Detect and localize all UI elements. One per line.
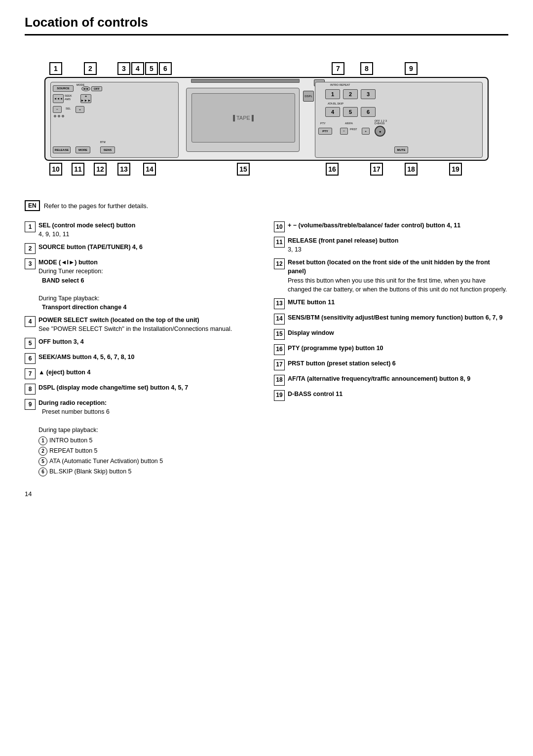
- item-num-2: 2: [25, 243, 36, 254]
- badge-4: 4: [131, 62, 144, 75]
- top-number-row: 1 2 3 4 5 6 7 8 9: [44, 50, 489, 75]
- item-text-7: ▲ (eject) button 4: [38, 368, 90, 377]
- item-19: 19 D-BASS control 11: [274, 390, 508, 401]
- item-num-3: 3: [25, 258, 36, 269]
- prst-minus: −: [340, 128, 348, 135]
- preset-1: 1: [325, 89, 340, 99]
- item-text-15: Display window: [288, 328, 334, 337]
- dbass-knob: ●: [375, 126, 385, 137]
- btm-label: BTM: [100, 141, 106, 144]
- item-num-11: 11: [274, 237, 285, 248]
- badge-10: 10: [49, 163, 62, 176]
- seek-label: SEEK: [65, 94, 72, 97]
- item-num-9: 9: [25, 399, 36, 410]
- panel-center: ▐ TAPE ▌ DSPL ▲: [186, 88, 300, 152]
- item-17: 17 PRST button (preset station select) 6: [274, 359, 508, 370]
- item-15: 15 Display window: [274, 328, 508, 340]
- item-num-10: 10: [274, 221, 285, 232]
- left-column: 1 SEL (control mode select) button4, 9, …: [25, 221, 259, 480]
- item-text-6: SEEK/AMS button 4, 5, 6, 7, 8, 10: [38, 353, 135, 361]
- item-text-18: AF/TA (alternative frequency/traffic ann…: [288, 374, 470, 383]
- preset-6: 6: [361, 107, 376, 117]
- arfa-label: AR/FA: [345, 122, 353, 125]
- item-text-13: MUTE button 11: [288, 298, 335, 307]
- pty-label: PTY: [320, 122, 326, 125]
- item-text-3: MODE (◄I►) button During Tuner reception…: [38, 258, 127, 312]
- item-text-8: DSPL (display mode change/time set) butt…: [38, 383, 188, 392]
- item-text-12: Reset button (located on the front side …: [288, 258, 508, 294]
- item-text-2: SOURCE button (TAPE/TUNER) 4, 6: [38, 243, 143, 252]
- seek-fwd-btn: +►►►: [80, 94, 91, 103]
- plus-btn: +: [76, 106, 84, 113]
- badge-9: 9: [405, 62, 418, 75]
- more-btn: MORE: [76, 146, 90, 153]
- right-column: 10 + − (volume/bass/treble/balance/ fade…: [274, 221, 508, 480]
- item-18: 18 AF/TA (alternative frequency/traffic …: [274, 374, 508, 386]
- minus-btn: −: [53, 106, 62, 113]
- badge-17: 17: [370, 163, 383, 176]
- item-num-18: 18: [274, 375, 285, 386]
- badge-15: 15: [237, 163, 250, 176]
- preset-5: 5: [343, 107, 358, 117]
- badge-14: 14: [143, 163, 156, 176]
- item-6: 6 SEEK/AMS button 4, 5, 6, 7, 8, 10: [25, 353, 259, 364]
- mode-btn: ◄I►: [81, 86, 90, 91]
- sel-label: SEL: [66, 107, 71, 110]
- refer-line: EN Refer to the pages for further detail…: [25, 200, 508, 211]
- item-num-4: 4: [25, 316, 36, 327]
- badge-12: 12: [94, 163, 107, 176]
- item-num-13: 13: [274, 298, 285, 309]
- item-11: 11 RELEASE (front panel release) button3…: [274, 236, 508, 254]
- panel-right: INTRO REPEAT 1 2 3 ATA BL.SKIP 4 5 6 PTY…: [315, 82, 483, 158]
- item-text-10: + − (volume/bass/treble/balance/ fader c…: [288, 221, 460, 230]
- knob-dots: [54, 115, 64, 117]
- item-13: 13 MUTE button 11: [274, 298, 508, 309]
- item-text-17: PRST button (preset station select) 6: [288, 359, 396, 368]
- off-btn: OFF: [91, 86, 102, 91]
- badge-1: 1: [49, 62, 62, 75]
- badge-19: 19: [449, 163, 462, 176]
- item-7: 7 ▲ (eject) button 4: [25, 368, 259, 379]
- badge-18: 18: [405, 163, 418, 176]
- en-badge: EN: [25, 200, 40, 211]
- dspl-btn: DSPL: [303, 91, 314, 102]
- preset-row2: 4 5 6: [325, 107, 376, 117]
- item-num-6: 6: [25, 353, 36, 364]
- seek-back-btn: ◄◄◄: [53, 94, 64, 103]
- panel-left: SOURCE MODE ◄I► OFF SEEK AMS ◄◄◄ +►►► − …: [50, 82, 179, 158]
- badge-6: 6: [159, 62, 172, 75]
- off-label: OFF 1 2 3: [375, 119, 387, 122]
- page-title: Location of controls: [25, 15, 508, 36]
- prst-label2: PRST: [350, 128, 357, 131]
- badge-16: 16: [326, 163, 339, 176]
- item-text-11: RELEASE (front panel release) button3, 1…: [288, 236, 398, 254]
- item-text-5: OFF button 3, 4: [38, 337, 84, 346]
- mode-label: MODE: [76, 83, 85, 86]
- item-3: 3 MODE (◄I►) button During Tuner recepti…: [25, 258, 259, 312]
- item-text-9: During radio reception: Preset number bu…: [38, 398, 163, 476]
- item-1: 1 SEL (control mode select) button4, 9, …: [25, 221, 259, 239]
- mute-btn: MUTE: [394, 146, 408, 153]
- preset-2: 2: [343, 89, 358, 99]
- badge-2: 2: [84, 62, 97, 75]
- pty-btn: PTY: [318, 128, 332, 135]
- badge-8: 8: [360, 62, 373, 75]
- bottom-number-row: 10 11 12 13 14 15 16 17 18 19: [44, 161, 489, 185]
- preset-row1: 1 2 3: [325, 89, 376, 99]
- refer-text: Refer to the pages for further details.: [44, 202, 149, 210]
- item-4: 4 POWER SELECT switch (located on the to…: [25, 316, 259, 333]
- badge-7: 7: [332, 62, 344, 75]
- badge-13: 13: [117, 163, 130, 176]
- item-num-16: 16: [274, 344, 285, 355]
- prst-plus: +: [362, 128, 370, 135]
- diagram: 1 2 3 4 5 6 7 8 9 SOURCE MODE ◄I► OFF SE…: [44, 50, 489, 185]
- item-text-4: POWER SELECT switch (located on the top …: [38, 316, 232, 333]
- item-16: 16 PTY (programme type) button 10: [274, 344, 508, 355]
- item-num-14: 14: [274, 314, 285, 324]
- item-14: 14 SENS/BTM (sensitivity adjust/Best tun…: [274, 313, 508, 324]
- badge-3: 3: [117, 62, 130, 75]
- preset-3: 3: [361, 89, 376, 99]
- item-num-15: 15: [274, 329, 285, 340]
- item-num-8: 8: [25, 384, 36, 395]
- item-num-12: 12: [274, 258, 285, 269]
